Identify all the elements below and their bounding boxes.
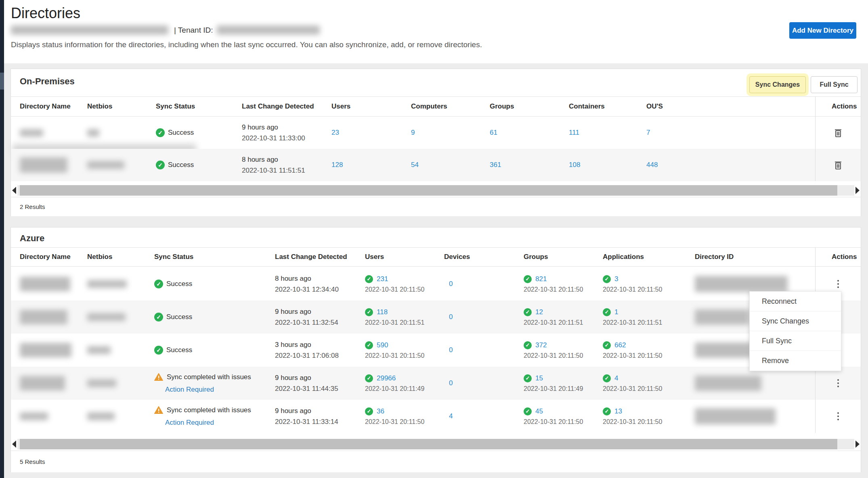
- redacted-netbios: [87, 346, 111, 354]
- users-count-link[interactable]: 36: [377, 407, 384, 415]
- success-check-icon: ✓: [524, 407, 532, 415]
- applications-count-link[interactable]: 4: [614, 374, 618, 382]
- redacted-directory-id: [695, 342, 751, 358]
- column-header-sync-status: Sync Status: [154, 253, 193, 261]
- applications-count-link[interactable]: 1: [614, 308, 618, 316]
- ous-count-link[interactable]: 448: [646, 161, 658, 169]
- devices-count-link[interactable]: 0: [449, 379, 453, 387]
- sync-changes-button[interactable]: Sync Changes: [749, 76, 806, 93]
- last-change-relative: 9 hours ago: [275, 374, 311, 382]
- add-new-directory-button[interactable]: Add New Directory: [789, 22, 856, 39]
- groups-count-link[interactable]: 45: [535, 407, 543, 415]
- results-count: 5 Results: [20, 458, 45, 465]
- computers-count-link[interactable]: 54: [411, 161, 419, 169]
- last-change-time: 2022-10-31 11:32:54: [275, 319, 338, 327]
- users-count-link[interactable]: 29966: [377, 374, 396, 382]
- redacted-directory-name: [20, 157, 67, 173]
- users-count-link[interactable]: 118: [377, 308, 388, 316]
- kebab-menu-icon: [837, 379, 839, 387]
- row-menu-button[interactable]: [835, 410, 841, 423]
- sidebar-active-indicator[interactable]: [0, 73, 4, 90]
- table-row: ✓ Success 8 hours ago 2022-10-31 12:34:4…: [11, 267, 861, 301]
- groups-count-link[interactable]: 61: [490, 129, 497, 137]
- menu-item-reconnect[interactable]: Reconnect: [750, 292, 841, 311]
- users-count-link[interactable]: 128: [331, 161, 343, 169]
- devices-count-link[interactable]: 0: [449, 313, 453, 321]
- app-sidebar-edge: [0, 0, 4, 478]
- tenant-info: | Tenant ID:: [11, 25, 320, 35]
- redacted-netbios: [87, 379, 116, 387]
- scroll-right-arrow-icon[interactable]: [855, 187, 860, 194]
- results-count: 2 Results: [20, 203, 45, 210]
- groups-count-link[interactable]: 361: [490, 161, 501, 169]
- column-header-ous: OU'S: [646, 102, 663, 111]
- last-change-relative: 9 hours ago: [275, 407, 311, 415]
- actions-column-divider: [815, 96, 816, 181]
- users-count-link[interactable]: 590: [377, 341, 388, 349]
- ous-count-link[interactable]: 7: [646, 129, 650, 137]
- table-row: ✓ Success 9 hours ago 2022-10-31 11:33:0…: [11, 117, 861, 149]
- column-header-groups: Groups: [524, 253, 548, 261]
- users-sync-date: 2022-10-31 20:11:50: [365, 286, 424, 293]
- applications-sync-date: 2022-10-31 20:11:50: [603, 286, 662, 293]
- users-sync-date: 2022-10-31 20:11:50: [365, 418, 424, 426]
- last-change-time: 2022-10-31 11:51:51: [242, 167, 305, 175]
- sync-status-text: Success: [166, 313, 192, 321]
- users-sync-date: 2022-10-31 20:11:50: [365, 352, 424, 359]
- applications-count-link[interactable]: 662: [614, 341, 626, 349]
- kebab-menu-icon: [837, 280, 839, 288]
- menu-item-full-sync[interactable]: Full Sync: [750, 331, 841, 351]
- groups-sync-date: 2022-10-31 20:11:50: [524, 286, 583, 293]
- row-menu-button[interactable]: [835, 278, 841, 290]
- last-change-time: 2022-10-31 11:44:35: [275, 385, 338, 393]
- menu-item-remove[interactable]: Remove: [750, 351, 841, 371]
- applications-count-link[interactable]: 13: [614, 407, 622, 415]
- row-menu-button[interactable]: [835, 377, 841, 390]
- warning-icon: [154, 373, 163, 381]
- users-count-link[interactable]: 23: [331, 129, 339, 137]
- scrollbar-thumb[interactable]: [20, 185, 837, 196]
- applications-count-link[interactable]: 3: [614, 275, 618, 283]
- column-header-users: Users: [331, 102, 350, 111]
- column-header-directory-name: Directory Name: [20, 253, 71, 261]
- scroll-left-arrow-icon[interactable]: [12, 440, 16, 448]
- table-row: ✓ Success 3 hours ago 2022-10-31 17:06:0…: [11, 334, 861, 367]
- action-required-link[interactable]: Action Required: [165, 386, 214, 394]
- horizontal-scrollbar: [11, 438, 861, 451]
- azure-section: Azure Directory Name Netbios Sync Status…: [10, 227, 861, 472]
- action-required-link[interactable]: Action Required: [165, 419, 214, 427]
- devices-count-link[interactable]: 0: [449, 346, 453, 354]
- success-check-icon: ✓: [603, 341, 611, 349]
- delete-directory-button[interactable]: [834, 128, 842, 138]
- success-check-icon: ✓: [365, 407, 373, 415]
- azure-table-header: Directory Name Netbios Sync Status Last …: [11, 247, 861, 267]
- groups-count-link[interactable]: 821: [535, 275, 547, 283]
- success-check-icon: ✓: [365, 308, 373, 316]
- containers-count-link[interactable]: 111: [569, 129, 579, 137]
- redacted-directory-name: [20, 310, 67, 324]
- groups-count-link[interactable]: 12: [535, 308, 543, 316]
- scroll-right-arrow-icon[interactable]: [855, 440, 860, 448]
- success-check-icon: ✓: [154, 280, 163, 288]
- containers-count-link[interactable]: 108: [569, 161, 580, 169]
- groups-count-link[interactable]: 15: [535, 374, 543, 382]
- delete-directory-button[interactable]: [834, 160, 842, 170]
- column-header-containers: Containers: [569, 102, 605, 111]
- users-sync-date: 2022-10-31 20:11:51: [365, 319, 424, 326]
- devices-count-link[interactable]: 0: [449, 280, 453, 288]
- on-premises-title: On-Premises: [20, 76, 75, 87]
- success-check-icon: ✓: [156, 128, 165, 137]
- groups-sync-date: 2022-10-31 20:11:50: [524, 418, 583, 426]
- users-count-link[interactable]: 231: [377, 275, 388, 283]
- groups-count-link[interactable]: 372: [535, 341, 547, 349]
- success-check-icon: ✓: [156, 161, 165, 169]
- menu-item-sync-changes[interactable]: Sync Changes: [750, 311, 841, 331]
- scrollbar-thumb[interactable]: [20, 439, 837, 449]
- full-sync-button[interactable]: Full Sync: [811, 76, 858, 93]
- scroll-left-arrow-icon[interactable]: [12, 187, 16, 194]
- column-header-last-change: Last Change Detected: [242, 102, 314, 111]
- table-row: ✓ Success 8 hours ago 2022-10-31 11:51:5…: [11, 149, 861, 181]
- horizontal-scrollbar: [11, 184, 861, 197]
- computers-count-link[interactable]: 9: [411, 129, 415, 137]
- devices-count-link[interactable]: 4: [449, 412, 453, 420]
